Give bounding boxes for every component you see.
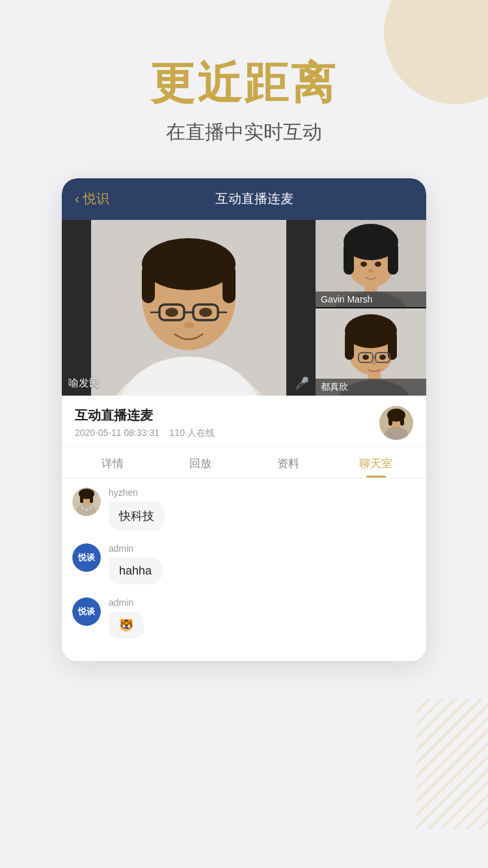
chat-bubble-2: hahha — [109, 558, 162, 584]
chat-content-3: admin 🐯 — [109, 597, 416, 639]
sub-title: 在直播中实时互动 — [0, 119, 488, 146]
svg-point-25 — [375, 262, 381, 267]
svg-rect-7 — [223, 264, 236, 303]
host-avatar — [379, 406, 413, 440]
chat-bubble-3: 🐯 — [109, 612, 144, 639]
app-name: 悦识 — [83, 190, 109, 208]
chat-avatar-2: 悦谈 — [72, 543, 101, 572]
tab-chat[interactable]: 聊天室 — [332, 447, 420, 478]
chat-avatar-3: 悦谈 — [72, 597, 101, 626]
nav-title: 互动直播连麦 — [135, 190, 374, 208]
svg-rect-20 — [344, 242, 354, 275]
svg-point-37 — [379, 355, 386, 360]
chat-bubble-1: 快科技 — [109, 502, 165, 530]
svg-point-54 — [85, 508, 88, 511]
chat-content-2: admin hahha — [109, 543, 416, 584]
chat-avatar-admin-2: 悦谈 — [72, 597, 101, 626]
chat-avatar-hyzhen — [72, 487, 101, 516]
side-video-2: 都真欣 — [316, 308, 426, 396]
stream-online: 110 人在线 — [170, 427, 215, 438]
svg-rect-50 — [80, 494, 83, 503]
main-video-feed — [62, 220, 316, 396]
chat-message-2: 悦谈 admin hahha — [72, 543, 416, 584]
svg-point-55 — [89, 507, 92, 509]
video-grid: 喻发民 🎤 — [62, 220, 426, 396]
svg-point-53 — [81, 507, 84, 509]
svg-point-26 — [368, 269, 373, 273]
tab-bar: 详情 回放 资料 聊天室 — [62, 447, 426, 478]
chat-message-1: hyzhen 快科技 — [72, 487, 416, 530]
info-row: 互动直播连麦 2020-05-11 08:33:31 110 人在线 — [62, 396, 426, 447]
video-main: 喻发民 🎤 — [62, 220, 316, 396]
side-person-2-label: 都真欣 — [316, 379, 426, 396]
svg-rect-45 — [400, 415, 404, 426]
svg-rect-31 — [345, 331, 354, 360]
svg-rect-44 — [388, 415, 392, 426]
phone-card: ‹ 悦识 互动直播连麦 — [62, 178, 426, 661]
chat-username-1: hyzhen — [109, 487, 416, 498]
main-title: 更近距离 — [0, 59, 488, 107]
side-person-1-label: Gavin Marsh — [316, 292, 426, 307]
tab-details[interactable]: 详情 — [68, 447, 156, 478]
svg-point-36 — [362, 355, 369, 360]
svg-point-15 — [183, 322, 194, 329]
info-text: 互动直播连麦 2020-05-11 08:33:31 110 人在线 — [75, 407, 379, 439]
chat-area: hyzhen 快科技 悦谈 admin hahha 悦谈 admin 🐯 — [62, 478, 426, 661]
side-video-1: Gavin Marsh — [316, 220, 426, 307]
host-avatar-img — [379, 406, 413, 440]
svg-point-13 — [165, 308, 178, 317]
tab-replay[interactable]: 回放 — [156, 447, 244, 478]
chat-avatar-1 — [72, 487, 101, 516]
tab-materials[interactable]: 资料 — [244, 447, 332, 478]
bg-decoration-stripe — [416, 699, 488, 829]
svg-rect-6 — [142, 264, 155, 303]
stream-date: 2020-05-11 08:33:31 — [75, 427, 159, 438]
stream-title: 互动直播连麦 — [75, 407, 379, 424]
nav-bar: ‹ 悦识 互动直播连麦 — [62, 178, 426, 220]
chat-content-1: hyzhen 快科技 — [109, 487, 416, 530]
svg-point-24 — [360, 262, 367, 267]
back-button[interactable]: ‹ — [75, 191, 79, 206]
svg-point-14 — [199, 308, 212, 317]
svg-rect-51 — [90, 494, 93, 503]
main-person-label: 喻发民 — [68, 377, 100, 390]
svg-point-5 — [142, 238, 236, 290]
video-side-panel: Gavin Marsh — [316, 220, 426, 396]
stream-meta: 2020-05-11 08:33:31 110 人在线 — [75, 427, 379, 439]
svg-point-38 — [372, 361, 377, 365]
header-area: 更近距离 在直播中实时互动 — [0, 0, 488, 165]
chat-username-2: admin — [109, 543, 416, 554]
svg-rect-21 — [388, 242, 398, 275]
chat-username-3: admin — [109, 597, 416, 608]
chat-message-3: 悦谈 admin 🐯 — [72, 597, 416, 639]
mic-icon: 🎤 — [295, 376, 309, 390]
chat-avatar-admin-1: 悦谈 — [72, 543, 101, 572]
